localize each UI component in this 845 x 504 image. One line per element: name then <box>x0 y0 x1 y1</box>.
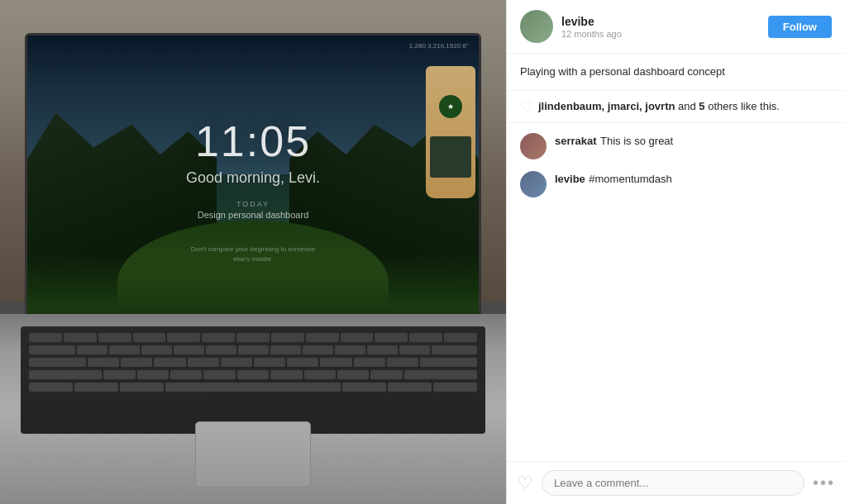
info-panel: levibe 12 months ago Follow Playing with… <box>506 0 845 504</box>
screen-task: Design personal dashboard <box>198 210 309 220</box>
likes-heart-icon: ♡ <box>520 97 533 116</box>
screen-coords: 1,280 3,216,1920 6° <box>409 42 469 50</box>
likes-text: jlindenbaum, jmarci, jovrtn and 5 others… <box>538 100 780 112</box>
likes-area: ♡ jlindenbaum, jmarci, jovrtn and 5 othe… <box>507 91 845 123</box>
screen-today-label: TODAY <box>236 200 270 208</box>
avatar[interactable] <box>520 10 553 43</box>
more-options-button[interactable]: ••• <box>813 473 835 492</box>
bottom-bar: ♡ ••• <box>507 461 845 504</box>
comment-input[interactable] <box>542 470 804 496</box>
list-item: serrakat This is so great <box>520 133 832 159</box>
caption-area: Playing with a personal dashboard concep… <box>507 54 845 91</box>
header-username[interactable]: levibe <box>561 15 768 28</box>
comments-area: serrakat This is so great levibe #moment… <box>507 123 845 462</box>
post-timestamp: 12 months ago <box>561 29 768 39</box>
like-button[interactable]: ♡ <box>517 473 533 494</box>
comment-username-levibe[interactable]: levibe <box>555 173 585 185</box>
comment-avatar-levibe[interactable] <box>520 171 547 197</box>
comment-content: serrakat This is so great <box>555 133 832 148</box>
comment-text-levibe: #momentumdash <box>589 173 671 185</box>
comment-username-serrakat[interactable]: serrakat <box>555 135 597 147</box>
post-header: levibe 12 months ago Follow <box>507 0 845 54</box>
screen-greeting: Good morning, Levi. <box>186 169 320 187</box>
screen-quote: Don't compare your beginning to someone … <box>187 245 319 263</box>
caption-text: Playing with a personal dashboard concep… <box>520 64 832 80</box>
list-item: levibe #momentumdash <box>520 171 832 197</box>
photo-panel: 1,280 3,216,1920 6° 11:05 Good morning, … <box>0 0 506 504</box>
laptop-screen: 1,280 3,216,1920 6° 11:05 Good morning, … <box>25 33 481 347</box>
likes-suffix: and 5 others like this. <box>675 100 779 112</box>
likes-users[interactable]: jlindenbaum, jmarci, jovrtn <box>538 100 675 112</box>
follow-button[interactable]: Follow <box>768 16 832 38</box>
comment-content-levibe: levibe #momentumdash <box>555 171 832 186</box>
comment-avatar-serrakat[interactable] <box>520 133 547 159</box>
header-info: levibe 12 months ago <box>561 15 768 39</box>
screen-time: 11:05 <box>195 116 311 166</box>
comment-text-serrakat: This is so great <box>600 135 673 147</box>
